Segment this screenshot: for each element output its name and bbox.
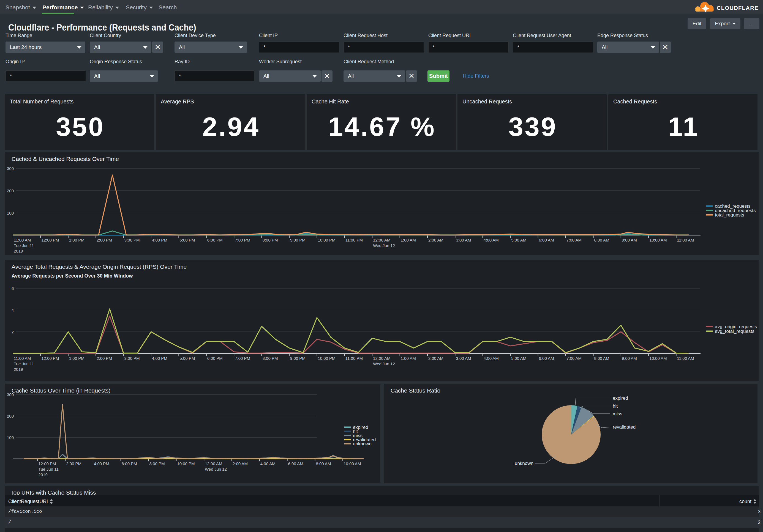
svg-text:6:00 AM: 6:00 AM xyxy=(539,356,554,361)
svg-text:10:00 PM: 10:00 PM xyxy=(177,461,195,466)
svg-text:4:00 AM: 4:00 AM xyxy=(261,461,275,466)
svg-text:12:00 AM: 12:00 AM xyxy=(373,238,390,242)
svg-text:7:00 AM: 7:00 AM xyxy=(567,356,582,361)
svg-text:8:00 PM: 8:00 PM xyxy=(150,461,165,466)
svg-text:total_requests: total_requests xyxy=(715,212,744,218)
svg-text:9:00 PM: 9:00 PM xyxy=(290,356,305,361)
svg-text:hit: hit xyxy=(613,403,618,409)
svg-text:8:00 PM: 8:00 PM xyxy=(263,356,278,361)
svg-text:11:00 AM: 11:00 AM xyxy=(14,238,31,242)
svg-text:5:00 AM: 5:00 AM xyxy=(511,238,526,242)
svg-text:10:00 AM: 10:00 AM xyxy=(344,461,361,466)
svg-text:8:00 PM: 8:00 PM xyxy=(263,238,278,242)
svg-text:200: 200 xyxy=(7,188,14,193)
svg-text:expired: expired xyxy=(613,396,628,401)
svg-text:unknown: unknown xyxy=(353,441,372,446)
svg-text:1:00 AM: 1:00 AM xyxy=(401,356,416,361)
svg-text:avg_total_requests: avg_total_requests xyxy=(715,329,754,334)
svg-text:6:00 AM: 6:00 AM xyxy=(539,238,554,242)
svg-text:2019: 2019 xyxy=(14,249,23,253)
svg-text:2019: 2019 xyxy=(14,367,23,372)
svg-text:11:00 AM: 11:00 AM xyxy=(14,356,31,361)
svg-text:3:00 PM: 3:00 PM xyxy=(124,238,140,242)
svg-text:11:00 AM: 11:00 AM xyxy=(677,356,694,361)
svg-text:100: 100 xyxy=(7,435,14,440)
svg-text:5:00 PM: 5:00 PM xyxy=(179,238,195,242)
svg-text:12:00 PM: 12:00 PM xyxy=(41,356,59,361)
svg-text:11:00 AM: 11:00 AM xyxy=(677,238,694,242)
svg-text:3:00 AM: 3:00 AM xyxy=(456,356,471,361)
svg-text:1:00 AM: 1:00 AM xyxy=(401,238,416,242)
svg-text:5:00 PM: 5:00 PM xyxy=(179,356,195,361)
svg-text:3:00 AM: 3:00 AM xyxy=(456,238,471,242)
svg-text:12:00 PM: 12:00 PM xyxy=(38,461,56,466)
svg-text:1:00 PM: 1:00 PM xyxy=(69,356,84,361)
svg-text:Tue Jun 11: Tue Jun 11 xyxy=(14,361,34,366)
svg-text:Wed Jun 12: Wed Jun 12 xyxy=(205,467,227,472)
svg-text:9:00 AM: 9:00 AM xyxy=(622,238,637,242)
svg-text:2019: 2019 xyxy=(38,472,47,477)
svg-text:9:00 PM: 9:00 PM xyxy=(290,238,305,242)
svg-text:Wed Jun 12: Wed Jun 12 xyxy=(373,361,395,366)
svg-text:2: 2 xyxy=(12,329,14,334)
svg-text:4:00 PM: 4:00 PM xyxy=(152,238,167,242)
svg-text:2:00 AM: 2:00 AM xyxy=(233,461,248,466)
svg-text:miss: miss xyxy=(613,411,622,416)
svg-text:5:00 AM: 5:00 AM xyxy=(511,356,526,361)
svg-text:6:00 PM: 6:00 PM xyxy=(207,356,223,361)
svg-text:4:00 AM: 4:00 AM xyxy=(484,238,499,242)
svg-text:4:00 AM: 4:00 AM xyxy=(484,356,499,361)
svg-text:6:00 PM: 6:00 PM xyxy=(122,461,137,466)
svg-text:4:00 PM: 4:00 PM xyxy=(94,461,109,466)
svg-text:10:00 PM: 10:00 PM xyxy=(318,238,335,242)
svg-text:8:00 AM: 8:00 AM xyxy=(316,461,331,466)
svg-text:100: 100 xyxy=(7,211,14,216)
svg-text:CLOUDFLARE: CLOUDFLARE xyxy=(717,5,759,11)
svg-text:4:00 PM: 4:00 PM xyxy=(152,356,167,361)
svg-text:300: 300 xyxy=(7,166,14,171)
svg-text:6:00 AM: 6:00 AM xyxy=(288,461,303,466)
svg-text:11:00 PM: 11:00 PM xyxy=(345,238,363,242)
svg-text:7:00 AM: 7:00 AM xyxy=(567,238,582,242)
svg-text:Tue Jun 11: Tue Jun 11 xyxy=(38,467,58,472)
svg-text:11:00 PM: 11:00 PM xyxy=(345,356,363,361)
svg-text:8:00 AM: 8:00 AM xyxy=(594,238,609,242)
svg-text:200: 200 xyxy=(7,414,14,418)
svg-text:10:00 AM: 10:00 AM xyxy=(649,356,667,361)
svg-text:10:00 PM: 10:00 PM xyxy=(318,356,335,361)
svg-text:9:00 AM: 9:00 AM xyxy=(622,356,637,361)
svg-text:2:00 AM: 2:00 AM xyxy=(428,356,443,361)
svg-text:2:00 PM: 2:00 PM xyxy=(97,356,112,361)
svg-text:Wed Jun 12: Wed Jun 12 xyxy=(373,243,395,248)
svg-text:7:00 PM: 7:00 PM xyxy=(235,238,250,242)
svg-text:unknown: unknown xyxy=(515,461,533,466)
svg-text:1:00 PM: 1:00 PM xyxy=(69,238,84,242)
svg-text:6:00 PM: 6:00 PM xyxy=(207,238,223,242)
svg-text:4: 4 xyxy=(12,308,14,312)
svg-text:12:00 PM: 12:00 PM xyxy=(41,238,59,242)
svg-text:7:00 PM: 7:00 PM xyxy=(235,356,250,361)
svg-text:2:00 PM: 2:00 PM xyxy=(66,461,81,466)
svg-text:3:00 PM: 3:00 PM xyxy=(124,356,140,361)
svg-text:6: 6 xyxy=(12,286,14,291)
svg-text:2:00 PM: 2:00 PM xyxy=(97,238,112,242)
svg-text:300: 300 xyxy=(7,392,14,397)
svg-text:revalidated: revalidated xyxy=(613,424,636,430)
svg-text:12:00 AM: 12:00 AM xyxy=(373,356,390,361)
svg-text:Tue Jun 11: Tue Jun 11 xyxy=(14,243,34,248)
svg-text:2:00 AM: 2:00 AM xyxy=(428,238,443,242)
svg-text:8:00 AM: 8:00 AM xyxy=(594,356,609,361)
svg-text:10:00 AM: 10:00 AM xyxy=(649,238,667,242)
svg-text:12:00 AM: 12:00 AM xyxy=(205,461,222,466)
